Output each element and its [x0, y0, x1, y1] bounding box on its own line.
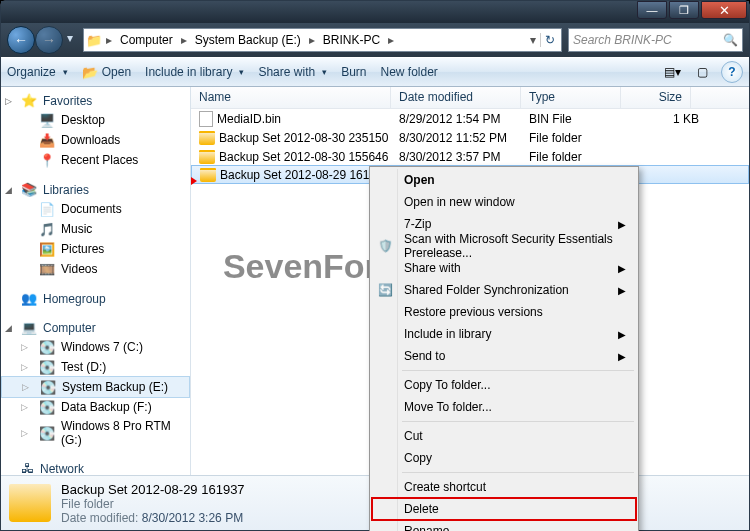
- nav-libraries[interactable]: ◢📚Libraries: [1, 180, 190, 199]
- folder-icon: [199, 131, 215, 145]
- col-name[interactable]: Name: [191, 87, 391, 108]
- preview-pane-button[interactable]: ▢: [691, 61, 713, 83]
- refresh-button[interactable]: ↻: [540, 33, 559, 47]
- view-options-button[interactable]: ▤▾: [661, 61, 683, 83]
- nav-drive-e[interactable]: ▷💽System Backup (E:): [1, 376, 190, 398]
- folder-open-icon: 📂: [82, 64, 98, 80]
- close-button[interactable]: ✕: [701, 1, 747, 19]
- details-mod: 8/30/2012 3:26 PM: [142, 511, 243, 525]
- breadcrumb-drive[interactable]: System Backup (E:): [191, 29, 305, 51]
- menu-separator: [402, 472, 634, 473]
- nav-network[interactable]: 🖧Network: [1, 459, 190, 475]
- expand-icon[interactable]: ▷: [21, 342, 28, 352]
- include-library-menu[interactable]: Include in library: [145, 65, 244, 79]
- breadcrumb-computer[interactable]: Computer: [116, 29, 177, 51]
- chevron-right-icon[interactable]: ▸: [104, 33, 114, 47]
- menu-item-open[interactable]: Open: [372, 169, 636, 191]
- menu-item-open-in-new-window[interactable]: Open in new window: [372, 191, 636, 213]
- nav-desktop[interactable]: 🖥️Desktop: [1, 110, 190, 130]
- desktop-icon: 🖥️: [39, 112, 55, 128]
- expand-icon[interactable]: ▷: [21, 402, 28, 412]
- open-button[interactable]: 📂Open: [82, 64, 131, 80]
- file-name: Backup Set 2012-08-29 161937: [220, 168, 389, 182]
- chevron-right-icon[interactable]: ▸: [386, 33, 396, 47]
- nav-favorites[interactable]: ▷⭐Favorites: [1, 91, 190, 110]
- menu-item-label: Scan with Microsoft Security Essentials …: [404, 232, 626, 260]
- expand-icon[interactable]: ▷: [22, 382, 29, 392]
- menu-item-copy-to-folder[interactable]: Copy To folder...: [372, 374, 636, 396]
- share-with-menu[interactable]: Share with: [258, 65, 327, 79]
- submenu-arrow-icon: ▶: [618, 219, 626, 230]
- file-name: Backup Set 2012-08-30 155646: [219, 150, 388, 164]
- chevron-right-icon[interactable]: ▸: [307, 33, 317, 47]
- svg-marker-0: [191, 171, 197, 191]
- nav-drive-d[interactable]: ▷💽Test (D:): [1, 357, 190, 377]
- file-row[interactable]: Backup Set 2012-08-30 2351508/30/2012 11…: [191, 128, 749, 147]
- menu-separator: [402, 421, 634, 422]
- drive-icon: 💽: [39, 339, 55, 355]
- folder-icon: [199, 150, 215, 164]
- menu-item-create-shortcut[interactable]: Create shortcut: [372, 476, 636, 498]
- file-type: File folder: [529, 150, 629, 164]
- col-date[interactable]: Date modified: [391, 87, 521, 108]
- burn-button[interactable]: Burn: [341, 65, 366, 79]
- chevron-right-icon[interactable]: ▸: [179, 33, 189, 47]
- context-menu: OpenOpen in new window7-Zip▶🛡️Scan with …: [369, 166, 639, 531]
- nav-computer[interactable]: ◢💻Computer: [1, 318, 190, 337]
- expand-icon[interactable]: ▷: [5, 96, 12, 106]
- address-row: ← → ▾ 📁 ▸ Computer ▸ System Backup (E:) …: [1, 23, 749, 57]
- minimize-button[interactable]: —: [637, 1, 667, 19]
- collapse-icon[interactable]: ◢: [5, 323, 12, 333]
- nav-documents[interactable]: 📄Documents: [1, 199, 190, 219]
- nav-drive-g[interactable]: ▷💽Windows 8 Pro RTM (G:): [1, 417, 190, 449]
- menu-item-move-to-folder[interactable]: Move To folder...: [372, 396, 636, 418]
- file-name: MediaID.bin: [217, 112, 281, 126]
- nav-drive-f[interactable]: ▷💽Data Backup (F:): [1, 397, 190, 417]
- nav-recent-places[interactable]: 📍Recent Places: [1, 150, 190, 170]
- folder-icon: [9, 484, 51, 522]
- maximize-button[interactable]: ❐: [669, 1, 699, 19]
- col-type[interactable]: Type: [521, 87, 621, 108]
- expand-icon[interactable]: ▷: [21, 362, 28, 372]
- collapse-icon[interactable]: ◢: [5, 185, 12, 195]
- col-size[interactable]: Size: [621, 87, 691, 108]
- libraries-icon: 📚: [21, 182, 37, 197]
- menu-item-cut[interactable]: Cut: [372, 425, 636, 447]
- nav-downloads[interactable]: 📥Downloads: [1, 130, 190, 150]
- details-mod-label: Date modified:: [61, 511, 138, 525]
- details-type: File folder: [61, 497, 245, 511]
- menu-item-scan-with-microsoft-security-essentials-prerelease[interactable]: 🛡️Scan with Microsoft Security Essential…: [372, 235, 636, 257]
- expand-icon[interactable]: ▷: [21, 428, 28, 438]
- nav-history-dropdown[interactable]: ▾: [63, 26, 77, 50]
- menu-item-label: Restore previous versions: [404, 305, 543, 319]
- address-bar[interactable]: 📁 ▸ Computer ▸ System Backup (E:) ▸ BRIN…: [83, 28, 562, 52]
- nav-drive-c[interactable]: ▷💽Windows 7 (C:): [1, 337, 190, 357]
- computer-icon: 💻: [21, 320, 37, 335]
- menu-item-label: Cut: [404, 429, 423, 443]
- address-dropdown-icon[interactable]: ▾: [528, 33, 538, 47]
- drive-icon: 💽: [40, 379, 56, 395]
- menu-item-shared-folder-synchronization[interactable]: 🔄Shared Folder Synchronization▶: [372, 279, 636, 301]
- organize-menu[interactable]: Organize: [7, 65, 68, 79]
- help-button[interactable]: ?: [721, 61, 743, 83]
- menu-item-rename[interactable]: Rename: [372, 520, 636, 531]
- file-row[interactable]: MediaID.bin8/29/2012 1:54 PMBIN File1 KB: [191, 109, 749, 128]
- new-folder-button[interactable]: New folder: [381, 65, 438, 79]
- nav-music[interactable]: 🎵Music: [1, 219, 190, 239]
- file-row[interactable]: Backup Set 2012-08-30 1556468/30/2012 3:…: [191, 147, 749, 166]
- nav-videos[interactable]: 🎞️Videos: [1, 259, 190, 279]
- menu-item-include-in-library[interactable]: Include in library▶: [372, 323, 636, 345]
- nav-homegroup[interactable]: 👥Homegroup: [1, 289, 190, 308]
- menu-item-label: Include in library: [404, 327, 491, 341]
- nav-forward-button[interactable]: →: [35, 26, 63, 54]
- menu-item-share-with[interactable]: Share with▶: [372, 257, 636, 279]
- column-headers: Name Date modified Type Size: [191, 87, 749, 109]
- nav-back-button[interactable]: ←: [7, 26, 35, 54]
- menu-item-delete[interactable]: Delete: [372, 498, 636, 520]
- breadcrumb-folder[interactable]: BRINK-PC: [319, 29, 384, 51]
- search-input[interactable]: Search BRINK-PC 🔍: [568, 28, 743, 52]
- menu-item-send-to[interactable]: Send to▶: [372, 345, 636, 367]
- nav-pictures[interactable]: 🖼️Pictures: [1, 239, 190, 259]
- menu-item-restore-previous-versions[interactable]: Restore previous versions: [372, 301, 636, 323]
- menu-item-copy[interactable]: Copy: [372, 447, 636, 469]
